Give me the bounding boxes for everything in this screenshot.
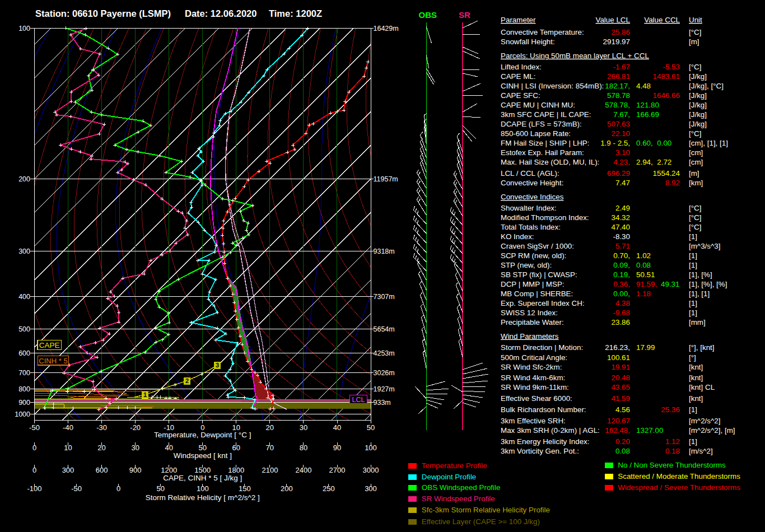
svg-text:Date: 12.06.2020: Date: 12.06.2020	[185, 8, 256, 18]
svg-text:1483.61: 1483.61	[653, 72, 680, 81]
svg-text:40: 40	[333, 423, 341, 432]
svg-text:4253m: 4253m	[374, 349, 395, 357]
svg-text:1.02: 1.02	[636, 251, 651, 260]
svg-text:1554.24: 1554.24	[653, 169, 680, 178]
svg-text:LCL: LCL	[352, 396, 365, 404]
svg-text:[°C]: [°C]	[689, 204, 701, 212]
svg-text:1.12: 1.12	[665, 437, 680, 446]
svg-text:578.78,: 578.78,	[605, 101, 630, 109]
svg-text:-9.68: -9.68	[613, 309, 630, 317]
svg-text:800: 800	[18, 385, 30, 393]
svg-text:-100: -100	[27, 484, 41, 493]
svg-text:[km]: [km]	[689, 179, 703, 187]
svg-text:STP (new, old):: STP (new, old):	[501, 261, 552, 269]
svg-text:Max 3km SRH (0-2km) | AGL:: Max 3km SRH (0-2km) | AGL:	[501, 426, 600, 435]
svg-text:[1]: [1]	[689, 299, 697, 307]
svg-text:Storm Direction | Motion:: Storm Direction | Motion:	[501, 343, 583, 352]
svg-text:200: 200	[18, 175, 30, 183]
svg-text:2700: 2700	[329, 466, 346, 474]
svg-text:0.60, 0.00: 0.60, 0.00	[636, 139, 671, 147]
svg-text:LCL / CCL (AGL):: LCL / CCL (AGL):	[501, 169, 559, 178]
svg-text:25.86: 25.86	[611, 28, 630, 36]
svg-text:250: 250	[323, 484, 335, 493]
svg-text:Max. Hail Size (OLD, MU, IL):: Max. Hail Size (OLD, MU, IL):	[501, 158, 599, 166]
svg-text:[J/kg]: [J/kg]	[689, 91, 707, 100]
svg-text:500: 500	[18, 325, 30, 333]
svg-text:Scattered / Moderate Thunderst: Scattered / Moderate Thunderstorms	[618, 472, 740, 480]
svg-text:900: 900	[18, 399, 30, 407]
svg-text:30: 30	[300, 423, 307, 432]
svg-text:100: 100	[197, 484, 209, 493]
svg-text:[m^2/s^2], [m]: [m^2/s^2], [m]	[689, 426, 735, 435]
svg-text:3000: 3000	[363, 466, 379, 474]
svg-text:4.56: 4.56	[615, 405, 630, 414]
svg-text:3: 3	[216, 362, 219, 368]
svg-text:CAPE ML:: CAPE ML:	[501, 72, 536, 81]
svg-text:SWISS 12 Index:: SWISS 12 Index:	[501, 309, 558, 317]
svg-text:[m^2/s^2]: [m^2/s^2]	[689, 417, 720, 425]
svg-text:[1], [1]: [1], [1]	[689, 290, 710, 298]
svg-text:[knt]: [knt]	[689, 394, 703, 403]
svg-text:80: 80	[300, 444, 307, 452]
svg-text:Total Totals Index:: Total Totals Index:	[501, 223, 561, 231]
svg-text:Temperature, Dewpoint [ °C ]: Temperature, Dewpoint [ °C ]	[154, 431, 251, 439]
svg-text:SR Wind 4km-6km:: SR Wind 4km-6km:	[501, 374, 565, 382]
svg-text:11957m: 11957m	[374, 175, 398, 183]
svg-text:25.36: 25.36	[661, 405, 680, 414]
svg-text:1000: 1000	[15, 410, 30, 418]
svg-text:7307m: 7307m	[374, 293, 395, 301]
svg-text:41.59: 41.59	[611, 394, 630, 403]
svg-text:OBS: OBS	[419, 10, 437, 20]
svg-text:No / Non Severe Thunderstorms: No / Non Severe Thunderstorms	[618, 461, 726, 469]
svg-text:200: 200	[281, 484, 293, 493]
svg-text:700: 700	[18, 369, 30, 377]
svg-text:[°C]: [°C]	[689, 63, 701, 71]
svg-text:[m]: [m]	[689, 169, 699, 178]
svg-text:4.38: 4.38	[615, 299, 630, 307]
svg-text:[°C]: [°C]	[689, 223, 701, 231]
svg-text:100: 100	[365, 444, 377, 452]
svg-text:Wind Parameters: Wind Parameters	[501, 332, 559, 340]
svg-text:[J/kg], [°C]: [J/kg], [°C]	[689, 82, 724, 90]
svg-text:9318m: 9318m	[374, 248, 395, 255]
svg-text:600: 600	[18, 349, 30, 357]
svg-text:Temperature Profile: Temperature Profile	[422, 461, 487, 470]
svg-text:Craven SigSvr / 1000:: Craven SigSvr / 1000:	[501, 242, 574, 250]
svg-text:-40: -40	[63, 423, 73, 432]
svg-text:[°C]: [°C]	[689, 28, 701, 36]
svg-text:[1]: [1]	[689, 405, 697, 414]
svg-text:[knt] CL: [knt] CL	[689, 383, 715, 391]
svg-text:Convective Height:: Convective Height:	[501, 179, 563, 187]
svg-text:[m]: [m]	[689, 38, 699, 46]
svg-text:40: 40	[165, 444, 172, 452]
svg-text:Lifted Index:: Lifted Index:	[501, 63, 542, 71]
svg-text:SCP RM (new, old):: SCP RM (new, old):	[501, 251, 566, 260]
svg-text:Snowfall Height:: Snowfall Height:	[501, 38, 555, 46]
svg-text:DCP | MMP | MSP:: DCP | MMP | MSP:	[501, 280, 565, 288]
svg-text:19.91: 19.91	[611, 363, 630, 371]
svg-text:10: 10	[64, 444, 72, 452]
svg-text:91.59,: 91.59,	[636, 280, 657, 288]
svg-text:17.99: 17.99	[636, 343, 655, 352]
svg-text:-8.30: -8.30	[613, 232, 630, 241]
svg-text:MB Comp | SHERBE:: MB Comp | SHERBE:	[501, 290, 573, 298]
svg-text:Convective Temperature:: Convective Temperature:	[501, 28, 584, 36]
svg-text:300: 300	[18, 248, 30, 255]
svg-text:0: 0	[116, 484, 120, 493]
svg-text:SR Wind Sfc-2km:: SR Wind Sfc-2km:	[501, 363, 562, 371]
svg-text:SR Windspeed Profile: SR Windspeed Profile	[422, 494, 495, 503]
svg-text:850-600 Lapse Rate:: 850-600 Lapse Rate:	[501, 129, 571, 138]
svg-text:SB STP (fix) | CWASP:: SB STP (fix) | CWASP:	[501, 270, 577, 279]
svg-text:600: 600	[96, 466, 108, 474]
svg-text:100: 100	[18, 25, 30, 32]
svg-text:[cm], [1], [1]: [cm], [1], [1]	[689, 139, 728, 147]
svg-text:100.61: 100.61	[607, 353, 630, 362]
svg-text:DCAPE (LFS = 573mB):: DCAPE (LFS = 573mB):	[501, 120, 582, 128]
svg-text:Value LCL: Value LCL	[595, 16, 630, 24]
svg-text:[J/kg]: [J/kg]	[689, 110, 707, 119]
svg-text:[J/kg]: [J/kg]	[689, 72, 707, 81]
svg-text:60: 60	[232, 444, 240, 452]
svg-text:0.08: 0.08	[615, 447, 630, 455]
svg-text:5.71: 5.71	[615, 242, 630, 250]
svg-text:[cm]: [cm]	[689, 158, 703, 166]
